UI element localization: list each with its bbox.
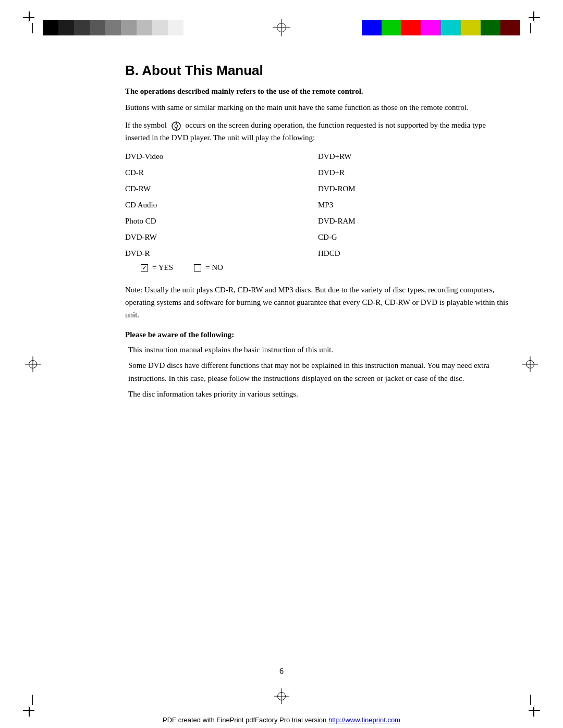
media-item: CD-RW	[125, 184, 318, 193]
page-number: 6	[279, 667, 284, 676]
paragraph-1: Buttons with same or similar marking on …	[125, 101, 511, 114]
para2-start: If the symbol	[125, 121, 167, 129]
media-item: CD Audio	[125, 201, 318, 209]
aware-list: This instruction manual explains the bas…	[125, 343, 511, 401]
footer: PDF created with FinePrint pdfFactory Pr…	[0, 716, 563, 724]
aware-item-2: Some DVD discs have different functions …	[128, 359, 511, 386]
media-table: DVD-Video CD-R CD-RW CD Audio Photo CD D…	[125, 152, 511, 258]
corner-mark-bottom-left	[23, 704, 35, 717]
side-tick-right-top	[530, 23, 531, 33]
media-item: DVD-R	[125, 249, 318, 258]
page-title: B. About This Manual	[125, 63, 511, 79]
grayscale-strip	[43, 20, 183, 35]
media-item: DVD-RAM	[318, 217, 511, 226]
main-content: B. About This Manual The operations desc…	[125, 63, 511, 665]
legend-row: ✓ = YES = NO	[125, 263, 511, 272]
side-tick-left-top	[32, 23, 33, 33]
check-yes-icon: ✓	[141, 264, 148, 272]
legend-yes: ✓ = YES	[141, 263, 173, 272]
svg-point-1	[175, 125, 178, 128]
media-item: Photo CD	[125, 217, 318, 226]
corner-mark-top-right	[528, 11, 540, 24]
bold-intro: The operations described mainly refers t…	[125, 87, 511, 96]
footer-text: PDF created with FinePrint pdfFactory Pr…	[163, 716, 328, 724]
please-aware-title: Please be aware of the following:	[125, 330, 511, 339]
media-item: DVD-Video	[125, 152, 318, 161]
side-tick-right-bottom	[530, 695, 531, 705]
check-no-icon	[194, 264, 201, 272]
media-item: MP3	[318, 201, 511, 209]
media-item: DVD+RW	[318, 152, 511, 161]
aware-item-1: This instruction manual explains the bas…	[128, 343, 511, 357]
media-item: CD-R	[125, 168, 318, 177]
media-item: HDCD	[318, 249, 511, 258]
side-tick-left-bottom	[32, 695, 33, 705]
aware-item-3: The disc information takes priority in v…	[128, 388, 511, 401]
legend-no: = NO	[194, 263, 223, 272]
note-paragraph: Note: Usually the unit plays CD-R, CD-RW…	[125, 283, 511, 321]
top-crosshair	[273, 19, 290, 36]
media-item: DVD-ROM	[318, 184, 511, 193]
media-col-left: DVD-Video CD-R CD-RW CD Audio Photo CD D…	[125, 152, 318, 258]
color-strip	[362, 20, 520, 35]
media-col-right: DVD+RW DVD+R DVD-ROM MP3 DVD-RAM CD-G HD…	[318, 152, 511, 258]
left-mid-crosshair	[25, 356, 41, 372]
paragraph-2: If the symbol occurs on the screen durin…	[125, 119, 511, 144]
bottom-crosshair-center	[274, 688, 289, 704]
corner-mark-bottom-right	[528, 704, 540, 717]
media-item: DVD-RW	[125, 233, 318, 242]
media-item: DVD+R	[318, 168, 511, 177]
media-item: CD-G	[318, 233, 511, 242]
no-function-symbol-icon	[171, 121, 181, 131]
corner-mark-top-left	[23, 11, 35, 24]
right-mid-crosshair	[522, 356, 538, 372]
footer-link[interactable]: http://www.fineprint.com	[328, 716, 400, 724]
